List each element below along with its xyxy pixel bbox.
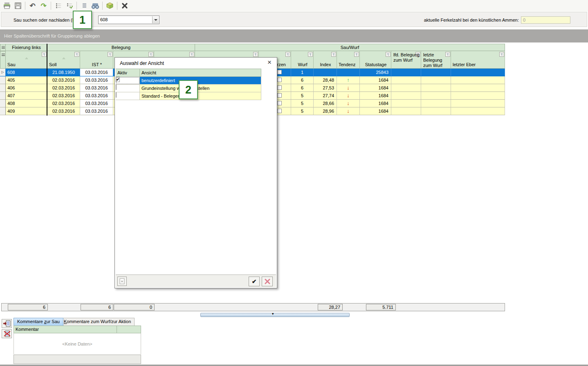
cell-letzter-eber[interactable]	[451, 92, 505, 100]
filter-icon[interactable]	[499, 52, 504, 57]
cell-ist[interactable]: 03.03.2016	[80, 107, 113, 115]
dialog-cell-aktiv[interactable]	[116, 85, 140, 92]
chevron-down-icon[interactable]	[152, 16, 159, 23]
cell-sau[interactable]: 408	[6, 100, 47, 107]
cell-tendenz[interactable]	[337, 69, 360, 76]
cell-index[interactable]: 28,48	[314, 76, 337, 84]
checkbox[interactable]	[116, 92, 117, 98]
cell-index[interactable]	[314, 69, 337, 76]
cell-letzter-eber[interactable]	[451, 84, 505, 92]
cell-letzte-belegung[interactable]	[421, 69, 451, 76]
column-header-ist[interactable]: IST *	[80, 51, 113, 69]
cell-soll[interactable]: 02.03.2016	[47, 107, 80, 115]
band-belegung[interactable]: Belegung	[47, 44, 195, 51]
cell-ist[interactable]: 03.03.2016	[80, 84, 113, 92]
cell-tendenz[interactable]: ↑	[337, 76, 360, 84]
dialog-cell-ansicht[interactable]: Grundeinstellung wiederherstellen	[140, 85, 261, 92]
cell-sau[interactable]: 409	[6, 107, 47, 115]
cell-tendenz[interactable]: ↓	[337, 92, 360, 100]
cell-statustage[interactable]: 1684	[360, 100, 391, 107]
cell-wurf[interactable]: 5	[291, 92, 314, 100]
dialog-cell-ansicht[interactable]: benutzerdefiniert	[140, 77, 261, 85]
cell-sau[interactable]: 405	[6, 76, 47, 84]
cell-statustage[interactable]: 1684	[360, 84, 391, 92]
tree-expand-icon[interactable]	[53, 1, 64, 11]
filter-icon[interactable]	[74, 52, 79, 57]
cell-lfd-belegung[interactable]	[391, 107, 421, 115]
grid-corner-button[interactable]	[0, 44, 6, 51]
cell-letzte-belegung[interactable]	[421, 92, 451, 100]
tree-check-icon[interactable]	[64, 1, 75, 11]
filter-icon[interactable]	[189, 52, 194, 57]
dialog-cell-ansicht[interactable]: Standard - Beleger	[140, 92, 261, 100]
column-header-wurf[interactable]: Wurf	[291, 51, 314, 69]
panel-splitter[interactable]: ▾	[200, 313, 350, 317]
column-header-soll[interactable]: Soll	[47, 51, 80, 69]
kommentar-column-header-2[interactable]	[117, 326, 141, 333]
filter-icon[interactable]	[386, 52, 391, 57]
dialog-cell-aktiv[interactable]	[116, 92, 140, 100]
cell-wurf[interactable]: 5	[291, 107, 314, 115]
cell-statustage[interactable]: 25843	[360, 69, 391, 76]
cell-sau[interactable]: 406	[6, 84, 47, 92]
cell-ist[interactable]: 03.03.2016	[80, 100, 113, 107]
cell-wurf[interactable]: 6	[291, 84, 314, 92]
column-header-sau[interactable]: Sau	[6, 51, 47, 69]
cell-wurf[interactable]: 5	[291, 100, 314, 107]
checkbox[interactable]	[277, 85, 282, 90]
band-fixierung-links[interactable]: Fixierung links	[6, 44, 47, 51]
cell-statustage[interactable]: 1684	[360, 76, 391, 84]
filter-icon[interactable]	[308, 52, 313, 57]
column-header-statustage[interactable]: Statustage	[360, 51, 391, 69]
band-sau-wurf[interactable]: Sau/Wurf	[195, 44, 505, 51]
filter-icon[interactable]	[331, 52, 336, 57]
filter-icon[interactable]	[253, 52, 258, 57]
column-header-index[interactable]: Index	[314, 51, 337, 69]
cell-ist[interactable]: 03.03.2016	[80, 69, 113, 76]
column-header-letzte-belegung[interactable]: letzte Belegung zum Wurf	[421, 51, 451, 69]
cell-soll[interactable]: 02.03.2016	[47, 76, 80, 84]
checkbox[interactable]	[277, 109, 282, 113]
cell-letzte-belegung[interactable]	[421, 107, 451, 115]
filter-icon[interactable]	[148, 52, 153, 57]
cell-sau[interactable]: 608	[6, 69, 47, 76]
cell-statustage[interactable]: 1684	[360, 107, 391, 115]
checkbox[interactable]	[277, 78, 282, 82]
cell-lfd-belegung[interactable]	[391, 92, 421, 100]
cell-letzter-eber[interactable]	[451, 107, 505, 115]
cell-letzter-eber[interactable]	[451, 100, 505, 107]
undo-icon[interactable]: ↶	[27, 1, 38, 11]
cell-index[interactable]: 27,53	[314, 84, 337, 92]
delete-comment-button[interactable]	[2, 329, 12, 338]
filter-icon[interactable]	[354, 52, 359, 57]
cell-statustage[interactable]: 1684	[360, 92, 391, 100]
cell-wurf[interactable]: 1	[291, 69, 314, 76]
cell-tendenz[interactable]: ↓	[337, 84, 360, 92]
grid-corner-button-2[interactable]	[0, 51, 6, 69]
cell-letzte-belegung[interactable]	[421, 100, 451, 107]
cell-tendenz[interactable]: ↓	[337, 107, 360, 115]
checkbox[interactable]	[277, 70, 282, 74]
cell-ist[interactable]: 03.03.2016	[80, 76, 113, 84]
close-icon[interactable]	[119, 1, 130, 11]
cell-soll[interactable]: 02.03.2016	[47, 84, 80, 92]
cell-lfd-belegung[interactable]	[391, 100, 421, 107]
checkbox[interactable]: ✔	[116, 77, 120, 82]
cell-index[interactable]: 27,74	[314, 92, 337, 100]
cell-ist[interactable]: 03.03.2016	[80, 92, 113, 100]
cell-lfd-belegung[interactable]	[391, 84, 421, 92]
column-header-tendenz[interactable]: Tendenz	[337, 51, 360, 69]
cube-icon[interactable]	[104, 1, 115, 11]
sow-search-dropdown[interactable]: 608	[98, 16, 159, 24]
search-binoculars-icon[interactable]	[90, 1, 101, 11]
redo-icon[interactable]: ↷	[38, 1, 49, 11]
cell-lfd-belegung[interactable]	[391, 76, 421, 84]
cell-soll[interactable]: 21.08.1950	[47, 69, 80, 76]
list-icon[interactable]	[79, 1, 90, 11]
cell-soll[interactable]: 02.03.2016	[47, 92, 80, 100]
cell-tendenz[interactable]: ↓	[337, 100, 360, 107]
new-view-button[interactable]	[117, 277, 127, 286]
column-header-letzter-eber[interactable]: letzter Eber	[451, 51, 505, 69]
collapse-chevron-icon[interactable]: ▾	[272, 312, 274, 316]
cell-sau[interactable]: 407	[6, 92, 47, 100]
